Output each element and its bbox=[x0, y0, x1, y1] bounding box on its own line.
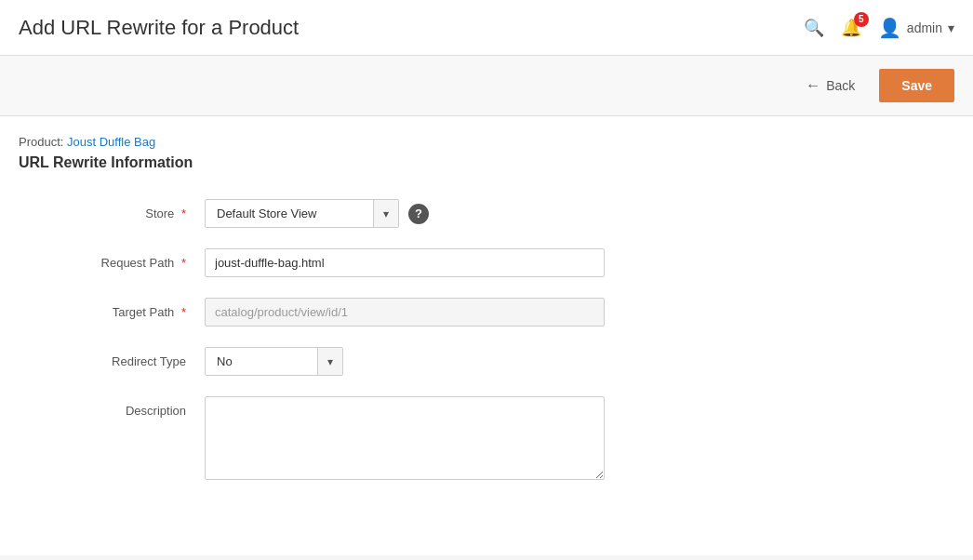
redirect-select-wrap[interactable]: No ▾ bbox=[205, 347, 343, 376]
store-dropdown-icon: ▾ bbox=[383, 207, 389, 220]
target-path-label: Target Path * bbox=[19, 298, 205, 319]
header-actions: 🔍 🔔 5 👤 admin ▾ bbox=[804, 17, 954, 39]
admin-avatar-icon: 👤 bbox=[878, 17, 901, 39]
redirect-dropdown-icon: ▾ bbox=[327, 355, 333, 368]
request-path-label: Request Path * bbox=[19, 248, 205, 270]
redirect-type-control-wrap: No ▾ bbox=[205, 347, 856, 376]
page-title: Add URL Rewrite for a Product bbox=[19, 16, 299, 40]
redirect-type-label: Redirect Type bbox=[19, 347, 205, 368]
product-label: Product: bbox=[19, 135, 63, 149]
target-path-required-mark: * bbox=[181, 305, 186, 319]
request-path-required-mark: * bbox=[181, 256, 186, 270]
section-title: URL Rewrite Information bbox=[19, 154, 954, 171]
store-select-value: Default Store View bbox=[206, 200, 373, 227]
redirect-dropdown-button[interactable]: ▾ bbox=[317, 348, 342, 375]
target-path-row: Target Path * bbox=[19, 298, 856, 327]
back-label: Back bbox=[826, 78, 855, 93]
request-path-control-wrap bbox=[205, 248, 856, 277]
search-icon: 🔍 bbox=[804, 19, 824, 37]
admin-dropdown-icon: ▾ bbox=[948, 20, 954, 35]
notification-badge: 5 bbox=[854, 12, 869, 27]
notification-button[interactable]: 🔔 5 bbox=[841, 18, 861, 38]
redirect-type-row: Redirect Type No ▾ bbox=[19, 347, 856, 376]
product-link[interactable]: Joust Duffle Bag bbox=[67, 135, 155, 149]
content-area: Product: Joust Duffle Bag URL Rewrite In… bbox=[0, 116, 973, 555]
store-control-wrap: Default Store View ▾ ? bbox=[205, 199, 856, 228]
description-row: Description bbox=[19, 396, 856, 480]
product-link-line: Product: Joust Duffle Bag bbox=[19, 135, 954, 149]
url-rewrite-form: Store * Default Store View ▾ ? Request P… bbox=[19, 199, 856, 480]
store-dropdown-button[interactable]: ▾ bbox=[373, 200, 398, 227]
toolbar: ← Back Save bbox=[0, 56, 973, 116]
admin-menu-button[interactable]: 👤 admin ▾ bbox=[878, 17, 954, 39]
request-path-input[interactable] bbox=[205, 248, 605, 277]
store-row: Store * Default Store View ▾ ? bbox=[19, 199, 856, 228]
store-help-icon[interactable]: ? bbox=[408, 204, 429, 224]
target-path-control-wrap bbox=[205, 298, 856, 327]
store-required-mark: * bbox=[181, 207, 186, 220]
description-control-wrap bbox=[205, 396, 856, 480]
save-button[interactable]: Save bbox=[879, 69, 954, 102]
back-button[interactable]: ← Back bbox=[793, 70, 868, 101]
store-select-wrap[interactable]: Default Store View ▾ bbox=[205, 199, 399, 228]
redirect-select-value: No bbox=[206, 348, 317, 375]
admin-label: admin bbox=[907, 20, 942, 35]
store-label: Store * bbox=[19, 199, 205, 220]
target-path-input[interactable] bbox=[205, 298, 605, 327]
page-header: Add URL Rewrite for a Product 🔍 🔔 5 👤 ad… bbox=[0, 0, 973, 56]
search-button[interactable]: 🔍 bbox=[804, 18, 824, 38]
description-textarea[interactable] bbox=[205, 396, 605, 480]
back-arrow-icon: ← bbox=[806, 77, 820, 94]
request-path-row: Request Path * bbox=[19, 248, 856, 277]
description-label: Description bbox=[19, 396, 205, 418]
